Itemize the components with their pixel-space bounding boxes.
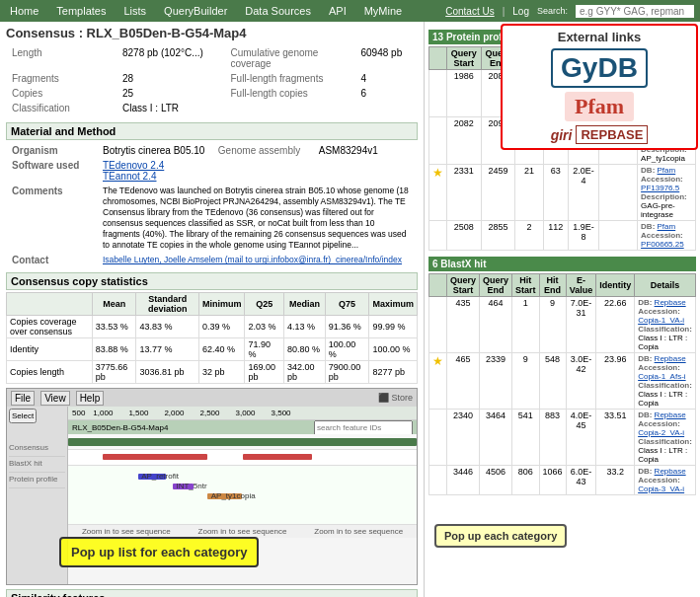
bx-row-2-classification: Class I : LTR : Copia bbox=[638, 390, 687, 408]
bx-row-2-hstart: 9 bbox=[512, 353, 540, 410]
external-logos: GyDB Pfam giri REPBASE bbox=[506, 48, 692, 144]
scale-label-2000: 2,000 bbox=[164, 409, 184, 417]
browser-help-menu[interactable]: Help bbox=[76, 391, 105, 406]
bx-row-4-identity: 33.2 bbox=[596, 466, 635, 495]
software-label: Software used bbox=[8, 159, 97, 183]
length-label: Length bbox=[8, 46, 117, 70]
stat-row-identity-median: 80.80 % bbox=[284, 338, 326, 361]
bx-row-4: 3446 4506 806 1066 6.0E-43 33.2 DB: Repb… bbox=[429, 466, 696, 495]
stats-section: Mean Standard deviation Minimum Q25 Medi… bbox=[6, 292, 418, 384]
pp-row-4-hstart: 2 bbox=[515, 221, 544, 251]
pp-row-3-accession[interactable]: PF13976.5 bbox=[641, 184, 679, 192]
bx-row-3-classification: Class I : LTR : Copia bbox=[638, 446, 687, 464]
classification-label: Classification bbox=[8, 102, 117, 114]
bx-row-4-db[interactable]: Repbase bbox=[655, 467, 686, 476]
blastx-bar-1[interactable] bbox=[103, 454, 207, 460]
track-select-buttons: Select bbox=[9, 409, 65, 423]
nav-api[interactable]: API bbox=[325, 3, 350, 19]
bx-row-3-accession[interactable]: Copia-2_VA-i bbox=[638, 428, 684, 437]
bx-row-2-star: ★ bbox=[429, 353, 447, 410]
pp-row-4-db[interactable]: Pfam bbox=[658, 222, 676, 231]
zoom-label-2: Zoom in to see sequence bbox=[185, 527, 301, 536]
cumulative-value: 60948 pb bbox=[357, 46, 417, 70]
bx-row-1-hstart: 1 bbox=[512, 297, 540, 353]
bx-row-2-db[interactable]: Repbase bbox=[655, 354, 686, 363]
bx-col-eval: E-Value bbox=[566, 274, 596, 297]
stat-col-median: Median bbox=[284, 293, 326, 316]
protein-label-1: AP_retrofit bbox=[141, 472, 179, 481]
nav-home[interactable]: Home bbox=[6, 3, 42, 19]
map-name: RLX_B05Den-B-G54-Map4 bbox=[72, 423, 168, 432]
organism-value: Botrytis cinerea B05.10 bbox=[99, 144, 212, 157]
bx-row-2-accession[interactable]: Copia-1_Afs-i bbox=[638, 372, 685, 381]
bx-row-1-details: DB: Repbase Accession: Copia-1_VA-i Clas… bbox=[635, 297, 696, 353]
bx-col-hend: Hit End bbox=[539, 274, 566, 297]
blastx-track-label: BlastX hit bbox=[9, 457, 65, 473]
browser-file-menu[interactable]: File bbox=[11, 391, 35, 406]
gydb-logo[interactable]: GyDB bbox=[551, 48, 648, 88]
copies-label: Copies bbox=[8, 87, 117, 100]
contact-link[interactable]: Contact Us bbox=[445, 6, 494, 17]
stat-row-length-min: 32 pb bbox=[198, 361, 245, 384]
bx-row-2-details: DB: Repbase Accession: Copia-1_Afs-i Cla… bbox=[635, 353, 696, 410]
pfam-logo[interactable]: Pfam bbox=[565, 92, 634, 121]
full-copies-value: 6 bbox=[357, 87, 417, 100]
pp-row-4-eval: 1.9E-8 bbox=[568, 221, 598, 251]
pp-row-4-accession[interactable]: PF00665.25 bbox=[641, 240, 684, 249]
right-panel: External links GyDB Pfam giri REPBASE 13… bbox=[425, 22, 700, 597]
stat-col-mean: Mean bbox=[92, 293, 136, 316]
bx-row-3-eval: 4.0E-45 bbox=[566, 410, 596, 466]
external-links-box: External links GyDB Pfam giri REPBASE bbox=[501, 24, 698, 150]
stat-row-identity-q25: 71.90 % bbox=[245, 338, 284, 361]
material-table: Organism Botrytis cinerea B05.10 Genome … bbox=[6, 142, 418, 268]
bx-row-1-db[interactable]: Repbase bbox=[655, 298, 686, 307]
nav-querybuilder[interactable]: QueryBuilder bbox=[160, 3, 231, 19]
pp-row-3: ★ 2331 2459 21 63 2.0E-4 DB: Pfam Access… bbox=[429, 165, 696, 221]
stat-row-coverage-max: 99.99 % bbox=[369, 316, 418, 338]
nav-datasources[interactable]: Data Sources bbox=[241, 3, 315, 19]
feature-search-input[interactable] bbox=[314, 420, 413, 435]
map-name-bar: RLX_B05Den-B-G54-Map4 bbox=[68, 420, 417, 434]
assembly-label: Genome assembly bbox=[214, 144, 313, 157]
bx-row-3-db[interactable]: Repbase bbox=[655, 410, 686, 419]
nav-lists[interactable]: Lists bbox=[119, 3, 150, 19]
log-link[interactable]: Log bbox=[512, 6, 529, 17]
contact-value[interactable]: Isabelle Luyten, Joelle Amselem (mail to… bbox=[99, 254, 416, 266]
top-navigation: Home Templates Lists QueryBuilder Data S… bbox=[0, 0, 700, 22]
pp-row-4-details: DB: Pfam Accession: PF00665.25 bbox=[638, 221, 696, 251]
nav-templates[interactable]: Templates bbox=[52, 3, 110, 19]
stat-row-identity-min: 62.40 % bbox=[198, 338, 245, 361]
bx-row-3: 2340 3464 541 883 4.0E-45 33.51 DB: Repb… bbox=[429, 410, 696, 466]
full-copies-label: Full-length copies bbox=[227, 87, 355, 100]
bx-col-identity: Identity bbox=[596, 274, 635, 297]
search-input[interactable] bbox=[576, 5, 694, 18]
pp-row-3-db[interactable]: Pfam bbox=[658, 166, 676, 175]
bx-row-3-identity: 33.51 bbox=[596, 410, 635, 466]
select-button[interactable]: Select bbox=[9, 409, 37, 423]
scale-label-500: 500 bbox=[72, 409, 85, 417]
bx-row-4-hend: 1066 bbox=[539, 466, 566, 495]
consensus-bar bbox=[68, 438, 417, 446]
scale-bar: 500 1,000 1,500 2,000 2,500 3,000 3,500 bbox=[68, 407, 417, 420]
stat-row-coverage-label: Copies coverage over consensus bbox=[7, 316, 93, 338]
bx-row-4-accession[interactable]: Copia-3_VA-i bbox=[638, 485, 684, 493]
software-value[interactable]: TEdenovo 2.4TEannot 2.4 bbox=[99, 159, 212, 183]
stat-col-std: Standard deviation bbox=[136, 293, 198, 316]
bx-row-2-hend: 548 bbox=[539, 353, 566, 410]
pp-col-qstart: Query Start bbox=[447, 47, 482, 70]
repbase-logo[interactable]: REPBASE bbox=[576, 125, 648, 144]
browser-view-menu[interactable]: View bbox=[40, 391, 70, 406]
stat-col-label bbox=[7, 293, 93, 316]
full-frags-label: Full-length fragments bbox=[227, 72, 355, 85]
pp-row-4-qstart: 2508 bbox=[447, 221, 482, 251]
bx-row-1-accession[interactable]: Copia-1_VA-i bbox=[638, 316, 684, 325]
bx-star-icon-2: ★ bbox=[432, 354, 443, 368]
bx-row-4-eval: 6.0E-43 bbox=[566, 466, 596, 495]
bx-row-3-hstart: 541 bbox=[512, 410, 540, 466]
scale-label-1000: 1,000 bbox=[93, 409, 113, 417]
stat-row-identity-std: 13.77 % bbox=[136, 338, 198, 361]
nav-mymine[interactable]: MyMine bbox=[360, 3, 407, 19]
blastx-bar-2[interactable] bbox=[243, 454, 313, 460]
consensus-track bbox=[68, 434, 417, 450]
bx-row-3-hend: 883 bbox=[539, 410, 566, 466]
